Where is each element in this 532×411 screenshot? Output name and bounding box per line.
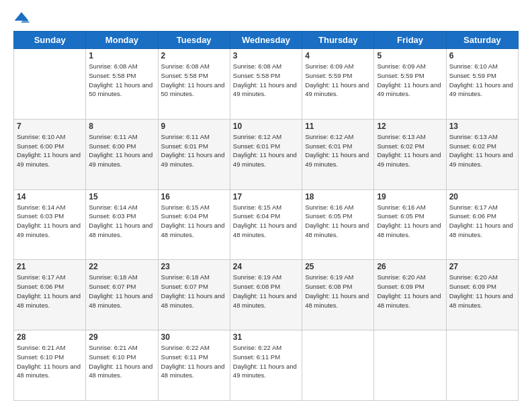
cell-info: Sunrise: 6:19 AMSunset: 6:08 PMDaylight:… bbox=[233, 273, 299, 310]
calendar-cell: 20Sunrise: 6:17 AMSunset: 6:06 PMDayligh… bbox=[446, 189, 518, 260]
calendar-cell: 9Sunrise: 6:11 AMSunset: 6:01 PMDaylight… bbox=[158, 119, 230, 189]
cell-info: Sunrise: 6:09 AMSunset: 5:59 PMDaylight:… bbox=[305, 62, 371, 99]
day-number: 2 bbox=[161, 51, 227, 60]
day-number: 25 bbox=[305, 262, 371, 271]
cell-info: Sunrise: 6:10 AMSunset: 5:59 PMDaylight:… bbox=[449, 62, 515, 99]
day-number: 13 bbox=[449, 122, 515, 131]
header bbox=[13, 10, 519, 24]
calendar-cell: 4Sunrise: 6:09 AMSunset: 5:59 PMDaylight… bbox=[302, 49, 374, 120]
day-number: 11 bbox=[305, 122, 371, 131]
calendar-cell: 3Sunrise: 6:08 AMSunset: 5:58 PMDaylight… bbox=[230, 49, 302, 120]
day-number: 19 bbox=[377, 192, 443, 201]
calendar-cell: 23Sunrise: 6:18 AMSunset: 6:07 PMDayligh… bbox=[158, 260, 230, 330]
day-number: 29 bbox=[89, 332, 154, 342]
cell-info: Sunrise: 6:12 AMSunset: 6:01 PMDaylight:… bbox=[233, 132, 299, 169]
day-number: 20 bbox=[449, 192, 515, 201]
calendar-cell: 21Sunrise: 6:17 AMSunset: 6:06 PMDayligh… bbox=[14, 260, 86, 330]
day-number: 9 bbox=[161, 122, 227, 131]
col-header-monday: Monday bbox=[86, 32, 158, 49]
day-number: 18 bbox=[305, 192, 371, 201]
calendar-cell: 14Sunrise: 6:14 AMSunset: 6:03 PMDayligh… bbox=[14, 189, 86, 260]
cell-info: Sunrise: 6:11 AMSunset: 6:01 PMDaylight:… bbox=[161, 132, 227, 169]
calendar-week-4: 21Sunrise: 6:17 AMSunset: 6:06 PMDayligh… bbox=[14, 260, 519, 330]
cell-info: Sunrise: 6:15 AMSunset: 6:04 PMDaylight:… bbox=[161, 203, 227, 240]
cell-info: Sunrise: 6:22 AMSunset: 6:11 PMDaylight:… bbox=[161, 343, 227, 380]
col-header-thursday: Thursday bbox=[302, 32, 374, 49]
calendar-cell: 6Sunrise: 6:10 AMSunset: 5:59 PMDaylight… bbox=[446, 49, 518, 120]
calendar-cell: 17Sunrise: 6:15 AMSunset: 6:04 PMDayligh… bbox=[230, 189, 302, 260]
cell-info: Sunrise: 6:20 AMSunset: 6:09 PMDaylight:… bbox=[377, 273, 443, 310]
cell-info: Sunrise: 6:18 AMSunset: 6:07 PMDaylight:… bbox=[161, 273, 227, 310]
day-number: 12 bbox=[377, 122, 443, 131]
calendar-cell: 29Sunrise: 6:21 AMSunset: 6:10 PMDayligh… bbox=[86, 330, 158, 401]
calendar-table: SundayMondayTuesdayWednesdayThursdayFrid… bbox=[13, 31, 519, 401]
calendar-cell: 10Sunrise: 6:12 AMSunset: 6:01 PMDayligh… bbox=[230, 119, 302, 189]
cell-info: Sunrise: 6:13 AMSunset: 6:02 PMDaylight:… bbox=[449, 132, 515, 169]
cell-info: Sunrise: 6:14 AMSunset: 6:03 PMDaylight:… bbox=[89, 203, 154, 240]
day-number: 6 bbox=[449, 51, 515, 60]
cell-info: Sunrise: 6:16 AMSunset: 6:05 PMDaylight:… bbox=[305, 203, 371, 240]
calendar-cell: 8Sunrise: 6:11 AMSunset: 6:00 PMDaylight… bbox=[86, 119, 158, 189]
cell-info: Sunrise: 6:18 AMSunset: 6:07 PMDaylight:… bbox=[89, 273, 154, 310]
calendar-cell: 5Sunrise: 6:09 AMSunset: 5:59 PMDaylight… bbox=[374, 49, 446, 120]
calendar-week-5: 28Sunrise: 6:21 AMSunset: 6:10 PMDayligh… bbox=[14, 330, 519, 401]
day-number: 10 bbox=[233, 122, 299, 131]
calendar-cell: 22Sunrise: 6:18 AMSunset: 6:07 PMDayligh… bbox=[86, 260, 158, 330]
day-number: 26 bbox=[377, 262, 443, 271]
cell-info: Sunrise: 6:22 AMSunset: 6:11 PMDaylight:… bbox=[233, 343, 299, 380]
calendar-cell bbox=[14, 49, 86, 120]
cell-info: Sunrise: 6:14 AMSunset: 6:03 PMDaylight:… bbox=[17, 203, 83, 240]
day-number: 17 bbox=[233, 192, 299, 201]
calendar-week-2: 7Sunrise: 6:10 AMSunset: 6:00 PMDaylight… bbox=[14, 119, 519, 189]
day-number: 31 bbox=[233, 332, 299, 342]
day-number: 27 bbox=[449, 262, 515, 271]
cell-info: Sunrise: 6:08 AMSunset: 5:58 PMDaylight:… bbox=[233, 62, 299, 99]
col-header-wednesday: Wednesday bbox=[230, 32, 302, 49]
day-number: 28 bbox=[17, 332, 83, 342]
day-number: 24 bbox=[233, 262, 299, 271]
calendar-cell: 13Sunrise: 6:13 AMSunset: 6:02 PMDayligh… bbox=[446, 119, 518, 189]
calendar-cell: 12Sunrise: 6:13 AMSunset: 6:02 PMDayligh… bbox=[374, 119, 446, 189]
calendar-cell: 7Sunrise: 6:10 AMSunset: 6:00 PMDaylight… bbox=[14, 119, 86, 189]
cell-info: Sunrise: 6:13 AMSunset: 6:02 PMDaylight:… bbox=[377, 132, 443, 169]
calendar-cell: 15Sunrise: 6:14 AMSunset: 6:03 PMDayligh… bbox=[86, 189, 158, 260]
logo bbox=[13, 10, 32, 24]
day-number: 3 bbox=[233, 51, 299, 60]
cell-info: Sunrise: 6:15 AMSunset: 6:04 PMDaylight:… bbox=[233, 203, 299, 240]
calendar-cell bbox=[302, 330, 374, 401]
cell-info: Sunrise: 6:19 AMSunset: 6:08 PMDaylight:… bbox=[305, 273, 371, 310]
cell-info: Sunrise: 6:21 AMSunset: 6:10 PMDaylight:… bbox=[89, 343, 154, 380]
day-number: 8 bbox=[89, 122, 154, 131]
calendar-cell: 2Sunrise: 6:08 AMSunset: 5:58 PMDaylight… bbox=[158, 49, 230, 120]
cell-info: Sunrise: 6:12 AMSunset: 6:01 PMDaylight:… bbox=[305, 132, 371, 169]
col-header-tuesday: Tuesday bbox=[158, 32, 230, 49]
calendar-cell: 18Sunrise: 6:16 AMSunset: 6:05 PMDayligh… bbox=[302, 189, 374, 260]
day-number: 15 bbox=[89, 192, 154, 201]
cell-info: Sunrise: 6:17 AMSunset: 6:06 PMDaylight:… bbox=[449, 203, 515, 240]
cell-info: Sunrise: 6:11 AMSunset: 6:00 PMDaylight:… bbox=[89, 132, 154, 169]
calendar-cell: 25Sunrise: 6:19 AMSunset: 6:08 PMDayligh… bbox=[302, 260, 374, 330]
cell-info: Sunrise: 6:08 AMSunset: 5:58 PMDaylight:… bbox=[89, 62, 154, 99]
calendar-cell: 28Sunrise: 6:21 AMSunset: 6:10 PMDayligh… bbox=[14, 330, 86, 401]
calendar-cell: 1Sunrise: 6:08 AMSunset: 5:58 PMDaylight… bbox=[86, 49, 158, 120]
calendar-cell: 24Sunrise: 6:19 AMSunset: 6:08 PMDayligh… bbox=[230, 260, 302, 330]
day-number: 5 bbox=[377, 51, 443, 60]
day-number: 30 bbox=[161, 332, 227, 342]
calendar-week-3: 14Sunrise: 6:14 AMSunset: 6:03 PMDayligh… bbox=[14, 189, 519, 260]
day-number: 7 bbox=[17, 122, 83, 131]
calendar-cell: 19Sunrise: 6:16 AMSunset: 6:05 PMDayligh… bbox=[374, 189, 446, 260]
cell-info: Sunrise: 6:10 AMSunset: 6:00 PMDaylight:… bbox=[17, 132, 83, 169]
logo-icon bbox=[13, 11, 30, 24]
cell-info: Sunrise: 6:20 AMSunset: 6:09 PMDaylight:… bbox=[449, 273, 515, 310]
cell-info: Sunrise: 6:17 AMSunset: 6:06 PMDaylight:… bbox=[17, 273, 83, 310]
calendar-cell: 27Sunrise: 6:20 AMSunset: 6:09 PMDayligh… bbox=[446, 260, 518, 330]
calendar-cell: 30Sunrise: 6:22 AMSunset: 6:11 PMDayligh… bbox=[158, 330, 230, 401]
day-number: 1 bbox=[89, 51, 154, 60]
day-number: 22 bbox=[89, 262, 154, 271]
calendar-cell bbox=[374, 330, 446, 401]
calendar-cell: 31Sunrise: 6:22 AMSunset: 6:11 PMDayligh… bbox=[230, 330, 302, 401]
calendar-cell: 26Sunrise: 6:20 AMSunset: 6:09 PMDayligh… bbox=[374, 260, 446, 330]
cell-info: Sunrise: 6:16 AMSunset: 6:05 PMDaylight:… bbox=[377, 203, 443, 240]
day-number: 23 bbox=[161, 262, 227, 271]
day-number: 14 bbox=[17, 192, 83, 201]
